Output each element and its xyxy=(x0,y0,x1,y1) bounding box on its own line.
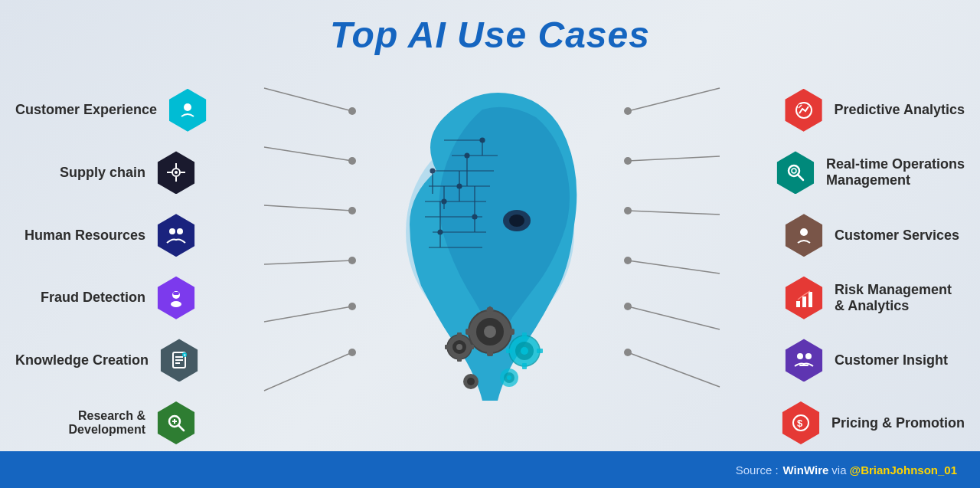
item-label: Supply chain xyxy=(15,165,145,181)
svg-point-47 xyxy=(509,215,524,227)
svg-rect-60 xyxy=(522,363,527,369)
customer-services-icon xyxy=(782,214,825,257)
svg-point-9 xyxy=(177,228,183,234)
fraud-detection-icon xyxy=(155,277,198,319)
svg-point-86 xyxy=(805,353,812,359)
svg-rect-61 xyxy=(506,349,512,353)
svg-line-20 xyxy=(178,425,184,431)
svg-point-65 xyxy=(456,344,462,350)
svg-rect-83 xyxy=(802,296,806,307)
svg-point-85 xyxy=(797,353,803,359)
supply-chain-icon xyxy=(155,151,198,194)
svg-rect-84 xyxy=(808,292,812,307)
customer-insight-icon xyxy=(782,339,825,382)
list-item: Fraud Detection xyxy=(15,277,276,319)
list-item: Pricing & Promotion $ xyxy=(704,401,965,444)
svg-point-41 xyxy=(430,169,435,173)
list-item: Predictive Analytics xyxy=(704,89,965,132)
right-items-panel: Predictive Analytics Real-time Operation… xyxy=(704,71,965,454)
svg-point-72 xyxy=(507,375,511,380)
realtime-operations-icon xyxy=(774,151,817,194)
knowledge-creation-icon: ★ xyxy=(158,339,201,382)
footer-source-label: Source : xyxy=(736,463,779,477)
page-title: Top AI Use Cases xyxy=(0,0,980,56)
main-container: Top AI Use Cases Customer Experience ★ S… xyxy=(0,0,980,488)
svg-text:★: ★ xyxy=(190,100,197,107)
svg-point-40 xyxy=(465,153,469,158)
footer-via: via xyxy=(831,463,846,477)
svg-point-8 xyxy=(169,228,175,234)
risk-management-icon xyxy=(782,277,825,319)
svg-rect-59 xyxy=(522,332,527,339)
item-label: Customer Insight xyxy=(835,352,965,368)
svg-rect-62 xyxy=(537,349,543,353)
svg-point-74 xyxy=(467,378,475,385)
svg-point-50 xyxy=(484,326,496,338)
list-item: Research &Development xyxy=(15,401,276,444)
list-item: Knowledge Creation ★ xyxy=(15,339,276,382)
list-item: Human Resources xyxy=(15,214,276,257)
svg-point-3 xyxy=(175,171,178,174)
pricing-promotion-icon: $ xyxy=(779,401,822,444)
content-area: Customer Experience ★ Supply chain xyxy=(0,56,980,462)
list-item: Customer Experience ★ xyxy=(15,89,276,132)
svg-rect-12 xyxy=(173,292,179,295)
svg-rect-52 xyxy=(487,349,493,356)
svg-point-42 xyxy=(457,184,462,188)
svg-rect-68 xyxy=(445,345,449,349)
item-label: Customer Experience xyxy=(15,102,157,118)
svg-rect-69 xyxy=(469,345,474,349)
svg-point-39 xyxy=(480,138,485,142)
svg-point-45 xyxy=(438,230,443,234)
item-label: Customer Services xyxy=(835,228,965,244)
footer-bar: Source : WinWire via @BrianJohnson_01 xyxy=(0,451,980,488)
list-item: Risk Management& Analytics xyxy=(704,277,965,319)
svg-point-44 xyxy=(472,215,477,219)
footer-handle: @BrianJohnson_01 xyxy=(850,463,958,477)
item-label: Human Resources xyxy=(15,228,145,244)
human-resources-icon xyxy=(155,214,198,257)
svg-rect-66 xyxy=(457,332,462,337)
list-item: Supply chain xyxy=(15,151,276,194)
left-items-panel: Customer Experience ★ Supply chain xyxy=(15,71,276,454)
svg-point-81 xyxy=(800,228,808,236)
footer-brand: WinWire xyxy=(783,463,829,477)
svg-rect-67 xyxy=(457,357,462,362)
research-development-icon xyxy=(155,401,198,444)
svg-rect-87 xyxy=(799,365,808,366)
predictive-analytics-icon xyxy=(782,89,825,132)
item-label: Knowledge Creation xyxy=(15,352,149,368)
svg-line-79 xyxy=(798,175,803,180)
item-label: Fraud Detection xyxy=(15,290,145,306)
svg-point-80 xyxy=(792,169,796,173)
item-label: Pricing & Promotion xyxy=(831,415,965,431)
customer-experience-icon: ★ xyxy=(166,89,209,132)
list-item: Customer Services xyxy=(704,214,965,257)
item-label: Research &Development xyxy=(15,409,145,437)
svg-point-58 xyxy=(521,347,528,355)
svg-point-43 xyxy=(442,199,446,204)
svg-text:$: $ xyxy=(797,418,803,429)
item-label: Predictive Analytics xyxy=(835,102,965,118)
ai-head-center xyxy=(368,71,612,454)
ai-head-svg xyxy=(375,79,605,447)
svg-rect-54 xyxy=(507,329,514,335)
list-item: Real-time OperationsManagement xyxy=(704,151,965,194)
list-item: Customer Insight xyxy=(704,339,965,382)
svg-rect-53 xyxy=(466,329,473,335)
item-label: Risk Management& Analytics xyxy=(835,282,965,314)
svg-rect-82 xyxy=(796,301,800,307)
item-label: Real-time OperationsManagement xyxy=(826,156,965,188)
svg-point-11 xyxy=(171,301,181,307)
